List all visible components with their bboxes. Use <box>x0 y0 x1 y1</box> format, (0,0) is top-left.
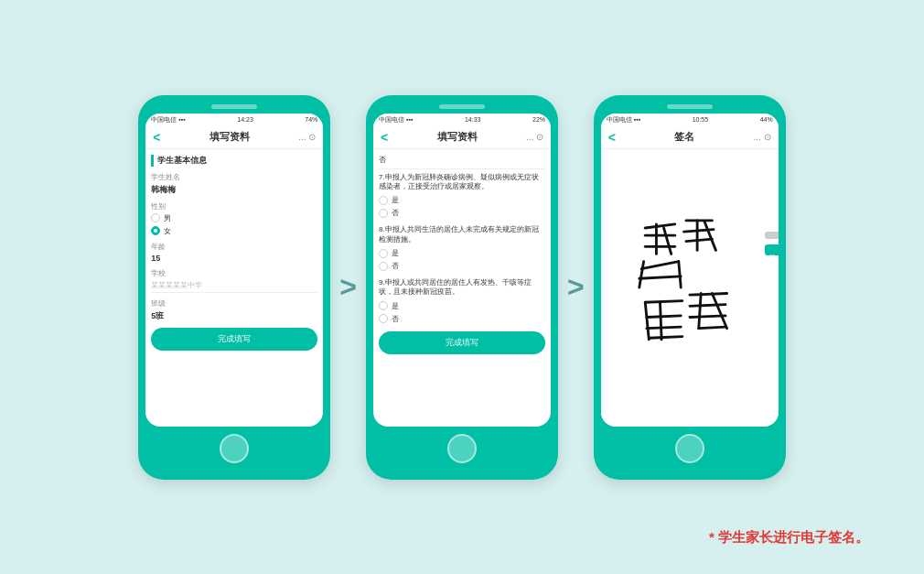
q8-no[interactable]: 否 <box>379 261 545 271</box>
q8-yes[interactable]: 是 <box>379 248 545 258</box>
status-bar-2: 中国电信 ▪▪▪ 14:33 22% <box>373 114 551 126</box>
field-label-school: 学校 <box>151 268 317 278</box>
question-7: 7.申报人为新冠肺炎确诊病例、疑似病例或无症状感染者，正接受治疗或居家观察。 是… <box>379 173 545 219</box>
status-left-2: 中国电信 ▪▪▪ <box>379 115 413 125</box>
field-label-class: 班级 <box>151 298 317 309</box>
field-value-age: 15 <box>151 254 317 263</box>
main-container: 中国电信 ▪▪▪ 14:23 74% < 填写资料 ... ⊙ 学生基本信息 <box>0 0 924 574</box>
battery-1: 74% <box>305 116 317 123</box>
battery-text-3: 44% <box>760 116 773 123</box>
undo-btn[interactable]: 撤销 <box>765 232 779 239</box>
time-3: 10:55 <box>693 116 709 123</box>
field-label-age: 年龄 <box>151 242 317 252</box>
arrow-1: > <box>339 270 357 304</box>
carrier-1: 中国电信 <box>151 115 177 125</box>
back-btn-2[interactable]: < <box>381 130 388 145</box>
q7-no-label: 否 <box>392 208 399 218</box>
screen-content-2: 否 7.申报人为新冠肺炎确诊病例、疑似病例或无症状感染者，正接受治疗或居家观察。… <box>373 149 551 427</box>
battery-3: 44% <box>760 116 773 123</box>
phones-row: 中国电信 ▪▪▪ 14:23 74% < 填写资料 ... ⊙ 学生基本信息 <box>138 95 785 480</box>
back-btn-3[interactable]: < <box>608 130 616 145</box>
phone-2: 中国电信 ▪▪▪ 14:33 22% < 填写资料 ... ⊙ 否 <box>366 95 558 480</box>
app-header-2: < 填写资料 ... ⊙ <box>373 126 551 149</box>
header-title-1: 填写资料 <box>210 130 250 144</box>
home-btn-1[interactable] <box>220 434 249 463</box>
status-bar-1: 中国电信 ▪▪▪ 14:23 74% <box>145 114 323 126</box>
gender-male-label: 男 <box>164 213 171 223</box>
phone-3: 中国电信 ▪▪▪ 10:55 44% < 签名 ... ⊙ <box>594 95 786 480</box>
gender-male[interactable]: 男 <box>151 213 317 223</box>
phone-screen-1: 中国电信 ▪▪▪ 14:23 74% < 填写资料 ... ⊙ 学生基本信息 <box>145 114 323 427</box>
q7-options: 是 否 <box>379 195 545 218</box>
screen-content-1: 学生基本信息 学生姓名 韩梅梅 性别 男 女 <box>145 149 323 427</box>
phone-1: 中国电信 ▪▪▪ 14:23 74% < 填写资料 ... ⊙ 学生基本信息 <box>138 95 330 480</box>
carrier-3: 中国电信 <box>607 115 632 125</box>
q7-no[interactable]: 否 <box>379 208 545 218</box>
q7-no-circle[interactable] <box>379 209 388 218</box>
q8-yes-label: 是 <box>392 248 399 258</box>
phone-speaker-3 <box>667 104 713 109</box>
question-8-text: 8.申报人共同生活的居住人未完成有关规定的新冠检测措施。 <box>379 225 545 244</box>
q8-no-circle[interactable] <box>379 262 388 271</box>
status-bar-3: 中国电信 ▪▪▪ 10:55 44% <box>601 114 779 126</box>
battery-text-1: 74% <box>305 116 317 123</box>
time-1: 14:23 <box>237 116 253 123</box>
clear-btn[interactable]: 清除签名 <box>765 244 779 255</box>
header-icons-1[interactable]: ... ⊙ <box>298 132 316 142</box>
gender-female[interactable]: 女 <box>151 226 317 236</box>
phone-speaker-2 <box>439 104 485 109</box>
q9-yes-circle[interactable] <box>379 301 388 310</box>
back-btn-1[interactable]: < <box>153 130 160 145</box>
field-label-name: 学生姓名 <box>151 172 317 182</box>
q7-yes-circle[interactable] <box>379 196 388 205</box>
q9-options: 是 否 <box>379 301 545 324</box>
q8-no-label: 否 <box>392 261 399 271</box>
signal-icon-1: ▪▪▪ <box>178 116 185 123</box>
phone-speaker-1 <box>211 104 257 109</box>
arrow-2: > <box>567 270 585 304</box>
header-icons-3[interactable]: ... ⊙ <box>754 132 771 142</box>
q7-yes[interactable]: 是 <box>379 195 545 205</box>
phone-screen-3: 中国电信 ▪▪▪ 10:55 44% < 签名 ... ⊙ <box>601 114 779 427</box>
radio-female-circle[interactable] <box>151 226 160 235</box>
status-left-1: 中国电信 ▪▪▪ <box>151 115 185 125</box>
sidebar-buttons: 撤销 清除签名 <box>765 232 779 255</box>
q9-no-circle[interactable] <box>379 314 388 323</box>
battery-2: 22% <box>532 116 545 123</box>
q9-yes-label: 是 <box>392 301 399 311</box>
q8-yes-circle[interactable] <box>379 249 388 258</box>
signature-area[interactable]: 撤销 清除签名 <box>601 149 779 427</box>
signal-icon-3: ▪▪▪ <box>634 116 640 123</box>
q7-yes-label: 是 <box>392 195 399 205</box>
section-title-1: 学生基本信息 <box>151 155 317 167</box>
header-icons-2[interactable]: ... ⊙ <box>526 132 543 142</box>
q9-yes[interactable]: 是 <box>379 301 545 311</box>
status-left-3: 中国电信 ▪▪▪ <box>607 115 640 125</box>
complete-btn-1[interactable]: 完成填写 <box>151 328 317 351</box>
question-8: 8.申报人共同生活的居住人未完成有关规定的新冠检测措施。 是 否 <box>379 225 545 271</box>
q9-no[interactable]: 否 <box>379 314 545 324</box>
app-header-3: < 签名 ... ⊙ <box>601 126 779 149</box>
radio-male-circle[interactable] <box>151 213 160 222</box>
signature-svg <box>630 210 749 365</box>
carrier-2: 中国电信 <box>379 115 404 125</box>
gender-female-label: 女 <box>164 226 171 236</box>
partial-answer-top: 否 <box>379 155 545 169</box>
field-label-gender: 性别 <box>151 201 317 211</box>
q8-options: 是 否 <box>379 248 545 271</box>
question-9-text: 9.申报人或共同居住的居住人有发热、干咳等症状，且未接种新冠疫苗。 <box>379 278 545 298</box>
signal-icon-2: ▪▪▪ <box>406 116 413 123</box>
complete-btn-2[interactable]: 完成填写 <box>379 331 545 354</box>
home-btn-2[interactable] <box>447 434 477 463</box>
field-value-class: 5班 <box>151 310 317 322</box>
gender-radio-group: 男 女 <box>151 213 317 236</box>
header-title-2: 填写资料 <box>437 130 478 144</box>
question-9: 9.申报人或共同居住的居住人有发热、干咳等症状，且未接种新冠疫苗。 是 否 <box>379 278 545 324</box>
app-header-1: < 填写资料 ... ⊙ <box>145 126 323 149</box>
question-7-text: 7.申报人为新冠肺炎确诊病例、疑似病例或无症状感染者，正接受治疗或居家观察。 <box>379 173 545 192</box>
bottom-caption: * 学生家长进行电子签名。 <box>709 529 869 547</box>
header-title-3: 签名 <box>674 130 694 144</box>
field-value-name: 韩梅梅 <box>151 184 317 196</box>
field-value-school[interactable]: 某某某某某中学 <box>151 280 317 293</box>
home-btn-3[interactable] <box>675 434 704 463</box>
